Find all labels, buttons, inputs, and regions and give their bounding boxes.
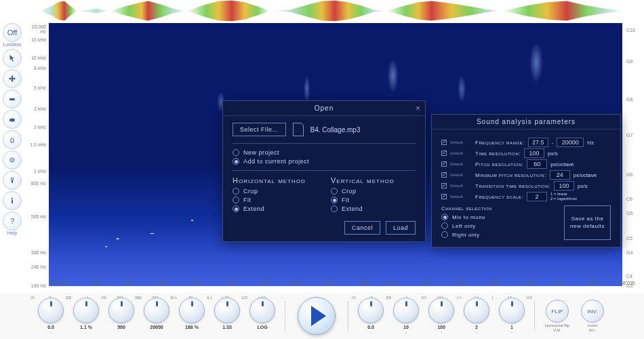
freq-tick: 5 kHz xyxy=(26,85,46,90)
freq-lo-input[interactable] xyxy=(528,138,548,147)
load-button[interactable]: Load xyxy=(386,221,416,235)
move-tool[interactable] xyxy=(3,69,22,88)
slider-tool[interactable] xyxy=(3,171,22,190)
knob[interactable] xyxy=(393,298,419,323)
note-tick: C10 xyxy=(626,28,635,33)
file-icon xyxy=(293,123,304,136)
knob-left-3: 2050020 k20000 xyxy=(140,298,174,334)
time-tick: 4'47" xyxy=(261,281,272,285)
time-tick: 4'53" xyxy=(456,281,467,285)
pointer-tool[interactable] xyxy=(3,49,22,68)
knob[interactable] xyxy=(73,298,99,323)
svg-rect-7 xyxy=(12,200,13,203)
select-tool[interactable] xyxy=(3,89,22,108)
default-checkbox[interactable] xyxy=(441,172,447,178)
mix-mono-radio[interactable]: Mix to mono xyxy=(441,214,492,220)
default-checkbox[interactable] xyxy=(441,194,447,199)
freq-tick: 1 kHz xyxy=(26,169,46,174)
knob[interactable] xyxy=(179,298,205,323)
knob-label: - xyxy=(85,330,87,334)
separator xyxy=(285,301,285,331)
freq-tick: 8 kHz xyxy=(26,66,46,71)
knob[interactable] xyxy=(249,298,275,323)
freq-hi-input[interactable] xyxy=(557,138,584,147)
time-tick: 4'56" xyxy=(553,281,564,285)
knob-label: - xyxy=(50,330,52,334)
v-crop-radio[interactable]: Crop xyxy=(331,188,416,195)
knob[interactable] xyxy=(464,298,489,323)
default-checkbox[interactable] xyxy=(441,161,447,167)
help-button[interactable]: ? xyxy=(3,212,22,231)
freq-tick: 15 kHz xyxy=(26,37,46,42)
knob[interactable] xyxy=(144,298,169,323)
knob-value: 1.33 xyxy=(222,325,232,330)
h-fit-radio[interactable]: Fit xyxy=(233,197,317,203)
knob-value: 0.0 xyxy=(47,325,54,330)
knob-label: - xyxy=(511,330,512,334)
h-extend-radio[interactable]: Extend xyxy=(233,205,317,212)
svg-point-1 xyxy=(9,119,15,122)
default-checkbox[interactable] xyxy=(441,140,447,145)
freq-tick: 800 Hz xyxy=(26,181,46,186)
knob[interactable] xyxy=(358,298,384,323)
mi-label: M.I. xyxy=(589,328,596,332)
default-checkbox[interactable] xyxy=(441,151,447,156)
right-only-radio[interactable]: Right only xyxy=(441,231,492,238)
pitch-res-input[interactable] xyxy=(527,159,547,169)
bottom-knob-panel: 200-200.0-0.5121.1 %-2050020 k5002050020… xyxy=(0,293,644,339)
default-checkbox[interactable] xyxy=(441,183,447,188)
knob-value: 20000 xyxy=(150,325,163,330)
freq-scale-input[interactable] xyxy=(527,192,547,201)
knob-left-2: 2050020 k500 xyxy=(104,298,138,334)
note-tick: G7 xyxy=(626,133,632,138)
invert-button[interactable]: INV. xyxy=(581,300,604,323)
knob-value: 188 % xyxy=(185,325,199,330)
erase-tool[interactable] xyxy=(3,110,22,129)
radio-icon xyxy=(441,222,448,229)
knob-right-0: -200200.0- xyxy=(354,298,388,334)
time-tick: 4'42" xyxy=(92,281,102,285)
new-project-radio[interactable]: New project xyxy=(233,149,416,156)
v-extend-radio[interactable]: Extend xyxy=(331,205,416,212)
trans-time-input[interactable] xyxy=(554,181,574,191)
flip-button[interactable]: FLIP xyxy=(546,300,569,323)
frequency-axis: 20,000 Hz15 kHz10 kHz8 kHz5 kHz3 kHz2 kH… xyxy=(27,23,47,286)
note-tick: C5 xyxy=(626,236,632,241)
select-file-button[interactable]: Select File... xyxy=(233,123,286,136)
knob[interactable] xyxy=(499,298,525,323)
time-res-input[interactable] xyxy=(524,148,544,158)
cancel-button[interactable]: Cancel xyxy=(344,221,380,235)
knob[interactable] xyxy=(108,298,134,323)
lossless-toggle[interactable]: Off xyxy=(3,23,22,42)
divider xyxy=(233,170,416,171)
knob-label: - xyxy=(405,330,407,334)
knob[interactable] xyxy=(428,298,454,323)
filename-label: B4. Collage.mp3 xyxy=(310,126,361,134)
save-defaults-button[interactable]: Save as thenew defaults xyxy=(564,205,611,240)
knob[interactable] xyxy=(214,298,240,323)
time-tick: 4'58"035 xyxy=(617,281,635,285)
radio-icon xyxy=(233,149,239,156)
knob-right-1: 0.111010- xyxy=(389,298,423,334)
knob-left-5: 11.781281.33 xyxy=(210,298,244,334)
time-tick: 4'54" xyxy=(490,281,501,285)
circle-tool[interactable] xyxy=(3,151,22,170)
min-pitch-input[interactable] xyxy=(550,170,570,180)
svg-point-5 xyxy=(11,178,14,180)
separator xyxy=(534,301,535,331)
svg-rect-0 xyxy=(9,98,15,100)
v-fit-radio[interactable]: Fit xyxy=(331,197,416,203)
h-crop-radio[interactable]: Crop xyxy=(233,188,317,195)
vertical-method-title: Vertical method xyxy=(331,176,416,184)
freq-tick: 240 Hz xyxy=(26,264,46,269)
waveform-overview[interactable] xyxy=(0,0,644,22)
knob-value: LOG xyxy=(257,325,267,330)
info-tool[interactable] xyxy=(3,191,22,210)
radio-icon xyxy=(233,205,239,212)
knob[interactable] xyxy=(38,298,64,323)
add-to-project-radio[interactable]: Add to current project xyxy=(233,158,416,165)
left-only-radio[interactable]: Left only xyxy=(441,222,492,229)
close-icon[interactable]: × xyxy=(416,104,421,113)
play-button[interactable] xyxy=(298,297,336,335)
spray-tool[interactable] xyxy=(3,130,22,149)
